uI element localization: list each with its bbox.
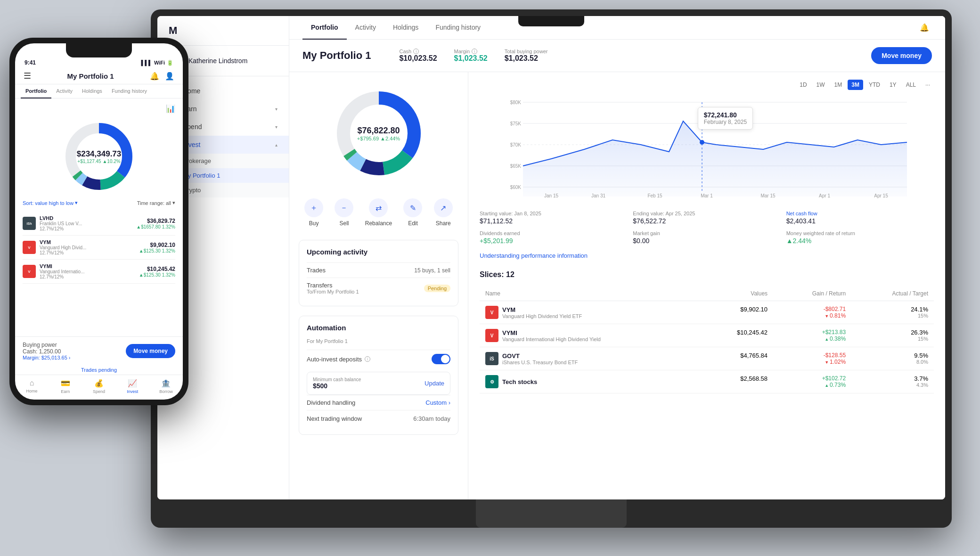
period-more[interactable]: ··· <box>922 80 934 90</box>
phone-vymi-value: $10,245.42 <box>139 266 175 272</box>
period-all[interactable]: ALL <box>902 80 920 90</box>
slice-name-vymi: V VYMI Vanguard International High Divid… <box>485 329 694 342</box>
min-cash-label: Minimum cash balance <box>313 377 361 382</box>
period-1d[interactable]: 1D <box>796 80 810 90</box>
slice-row-vymi[interactable]: V VYMI Vanguard International High Divid… <box>480 324 934 347</box>
cash-flow-value: $2,403.41 <box>786 217 934 225</box>
phone-borrow-icon: 🏦 <box>161 379 171 388</box>
phone-chart-icon[interactable]: 📊 <box>23 104 175 113</box>
tooltip-date: February 8, 2025 <box>704 119 747 125</box>
vymi-logo: V <box>485 329 498 342</box>
tab-holdings[interactable]: Holdings <box>384 16 427 40</box>
move-money-button[interactable]: Move money <box>871 47 932 64</box>
slice-row-govt[interactable]: iS GOVT iShares U.S. Treasury Bond ETF $… <box>480 347 934 370</box>
phone-nav-spend[interactable]: 💰 Spend <box>82 379 115 394</box>
tab-activity[interactable]: Activity <box>347 16 384 40</box>
notifications-button[interactable]: 🔔 <box>917 20 932 35</box>
next-window-row: Next trading window 6:30am today <box>307 410 450 427</box>
phone-holding-vym[interactable]: V VYM Vanguard High Divid... 12.7%/12% $… <box>23 236 175 260</box>
wifi-icon: WiFi <box>154 60 165 65</box>
phone-tab-portfolio[interactable]: Portfolio <box>21 84 51 98</box>
phone-holding-lvhd[interactable]: iSh LVHD Franklin US Low V... 12.7%/12% … <box>23 212 175 236</box>
right-panel: 1D 1W 1M 3M YTD 1Y ALL ··· <box>468 72 945 499</box>
phone-earn-icon: 💳 <box>61 379 70 388</box>
govt-logo: iS <box>485 352 498 365</box>
phone-nav-home[interactable]: ⌂ Home <box>15 379 49 394</box>
ending-value-label: Ending value: Apr 25, 2025 <box>633 211 780 216</box>
auto-invest-info-icon[interactable]: i <box>365 356 370 362</box>
share-label: Share <box>436 220 451 227</box>
phone-screen: 9:41 ▌▌▌ WiFi 🔋 ☰ My Portfolio 1 🔔 👤 Por… <box>15 43 183 400</box>
starting-value-stat: Starting value: Jan 8, 2025 $71,112.52 <box>480 211 627 225</box>
period-ytd[interactable]: YTD <box>865 80 884 90</box>
period-1y[interactable]: 1Y <box>886 80 900 90</box>
phone-holdings-list: iSh LVHD Franklin US Low V... 12.7%/12% … <box>23 212 175 284</box>
slice-name-govt: iS GOVT iShares U.S. Treasury Bond ETF <box>485 352 694 365</box>
slice-row-tech[interactable]: ⚙ Tech stocks $2,568.58 +$102.72 <box>480 370 934 393</box>
holding-right-vymi: $10,245.42 ▲$125.30 1.32% <box>139 266 175 278</box>
auto-invest-toggle[interactable] <box>432 354 450 364</box>
understanding-link[interactable]: Understanding performance information <box>480 252 934 259</box>
bp-margin-value[interactable]: Margin: $25,013.65 › <box>23 355 71 360</box>
cash-info-icon[interactable]: i <box>413 49 419 54</box>
phone-body: 📊 $234,349.73 +$1,127.45 ▲1 <box>15 98 183 336</box>
phone-earn-label: Earn <box>61 389 70 394</box>
slice-row-vym[interactable]: V VYM Vanguard High Dividend Yield ETF $… <box>480 301 934 324</box>
phone-tab-activity[interactable]: Activity <box>51 84 77 98</box>
rebalance-label: Rebalance <box>365 220 392 227</box>
vymi-fullname: Vanguard International High Dividend Yie… <box>502 336 601 342</box>
phone-title: My Portfolio 1 <box>67 72 114 80</box>
phone-nav-borrow[interactable]: 🏦 Borrow <box>149 379 183 394</box>
phone-tab-funding[interactable]: Funding history <box>107 84 152 98</box>
trades-pending-link[interactable]: Trades pending <box>15 365 183 375</box>
phone-nav-invest[interactable]: 📈 Invest <box>116 379 149 394</box>
transfers-label: Transfers <box>307 282 359 289</box>
phone-user-icon[interactable]: 👤 <box>165 72 174 81</box>
share-button[interactable]: ↗ Share <box>434 198 453 227</box>
donut-value: $76,822.80 <box>357 126 400 136</box>
phone-menu-icon[interactable]: ☰ <box>24 71 31 81</box>
buy-button[interactable]: ＋ Buy <box>304 198 323 227</box>
period-1m[interactable]: 1M <box>831 80 846 90</box>
share-icon: ↗ <box>434 198 453 217</box>
trades-row: Trades 15 buys, 1 sell <box>307 262 450 278</box>
rebalance-button[interactable]: ⇄ Rebalance <box>365 198 392 227</box>
holding-left-vymi: V VYMI Vanguard Internatio... 12.7%/12% <box>23 263 84 279</box>
phone-tab-holdings[interactable]: Holdings <box>77 84 107 98</box>
phone-bell-icon[interactable]: 🔔 <box>150 72 159 81</box>
update-min-cash-button[interactable]: Update <box>425 380 444 387</box>
phone-holding-vymi[interactable]: V VYMI Vanguard Internatio... 12.7%/12% … <box>23 260 175 284</box>
time-range-value: all <box>166 200 171 206</box>
vym-logo: V <box>485 306 498 319</box>
phone-move-money-button[interactable]: Move money <box>126 344 175 358</box>
slices-table: Name Values Gain / Return Actual / Targe… <box>480 286 934 393</box>
tech-value: $2,568.58 <box>700 370 773 393</box>
time-range-dropdown[interactable]: Time range: all ▾ <box>137 200 175 206</box>
edit-button[interactable]: ✎ Edit <box>403 198 422 227</box>
period-1w[interactable]: 1W <box>813 80 829 90</box>
phone-sort-bar: Sort: value high to low ▾ Time range: al… <box>23 200 175 206</box>
rebalance-icon: ⇄ <box>369 198 388 217</box>
laptop-frame: M 👤 Katherine Lindstrom ⌂ Home <box>151 9 952 528</box>
dividend-value[interactable]: Custom › <box>425 399 450 406</box>
sort-dropdown[interactable]: Sort: value high to low ▾ <box>23 200 78 206</box>
return-value: ▲2.44% <box>786 237 934 245</box>
transfers-sub: To/From My Portfolio 1 <box>307 289 359 294</box>
vym-gain: -$802.71 0.81% <box>773 301 851 324</box>
portfolio-title: My Portfolio 1 <box>302 49 371 62</box>
phone-invest-label: Invest <box>127 389 138 394</box>
time-range-chevron: ▾ <box>172 200 175 206</box>
tab-funding-history[interactable]: Funding history <box>427 16 489 40</box>
phone-tabs: Portfolio Activity Holdings Funding hist… <box>15 84 183 98</box>
period-3m[interactable]: 3M <box>848 80 863 90</box>
sell-button[interactable]: － Sell <box>335 198 353 227</box>
phone-nav-earn[interactable]: 💳 Earn <box>49 379 82 394</box>
phone-vym-logo: V <box>23 241 36 254</box>
tab-portfolio[interactable]: Portfolio <box>302 16 347 40</box>
market-gain-value: $0.00 <box>633 237 780 245</box>
sort-label: Sort: <box>23 200 33 206</box>
margin-info-icon[interactable]: i <box>472 49 477 54</box>
transfers-info: Transfers To/From My Portfolio 1 <box>307 282 359 294</box>
phone-donut-center: $234,349.73 +$1,127.45 ▲10.2% <box>77 149 122 164</box>
lvhd-logo: iSh <box>23 217 36 230</box>
